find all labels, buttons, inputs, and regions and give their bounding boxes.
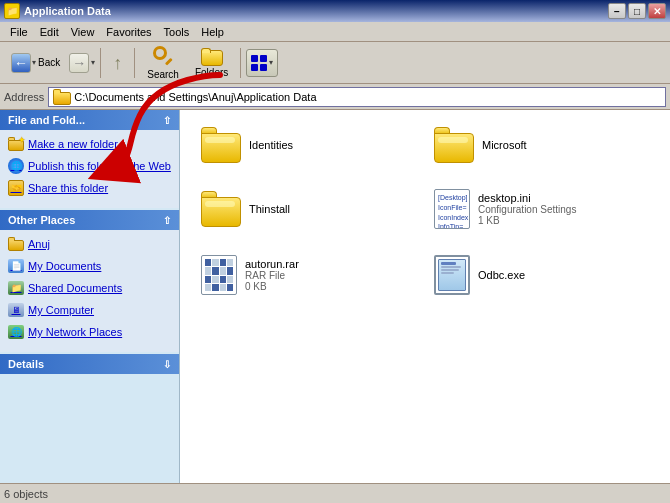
address-input[interactable]: C:\Documents and Settings\Anuj\Applicati… xyxy=(48,87,666,107)
menu-favorites[interactable]: Favorites xyxy=(100,24,157,40)
folders-button[interactable]: Folders xyxy=(188,45,235,81)
desktop-ini-info: desktop.ini Configuration Settings 1 KB xyxy=(478,192,576,226)
window: 📁 Application Data − □ ✕ File Edit View … xyxy=(0,0,670,503)
separator-2 xyxy=(134,48,135,78)
toolbar: ← ▾ Back → ▾ ↑ Search xyxy=(0,42,670,84)
menu-bar: File Edit View Favorites Tools Help xyxy=(0,22,670,42)
odbc-exe-name: Odbc.exe xyxy=(478,269,525,281)
my-network-icon: 🌐 xyxy=(8,324,24,340)
file-folder-header[interactable]: File and Fold... ⇧ xyxy=(0,110,179,130)
my-computer-icon: 🖥 xyxy=(8,302,24,318)
list-item[interactable]: Microsoft xyxy=(429,122,654,168)
odbc-exe-info: Odbc.exe xyxy=(478,269,525,281)
status-bar: 6 objects xyxy=(0,483,670,503)
minimize-button[interactable]: − xyxy=(608,3,626,19)
file-folder-chevron: ⇧ xyxy=(163,115,171,126)
menu-help[interactable]: Help xyxy=(195,24,230,40)
share-folder-label: Share this folder xyxy=(28,182,108,194)
list-item[interactable]: Identities xyxy=(196,122,421,168)
folder-microsoft-icon xyxy=(434,127,474,163)
list-item[interactable]: autorun.rar RAR File 0 KB xyxy=(196,250,421,300)
folder-identities-icon xyxy=(201,127,241,163)
up-button[interactable]: ↑ xyxy=(106,45,129,81)
back-label: Back xyxy=(38,57,60,68)
desktop-ini-size: 1 KB xyxy=(478,215,576,226)
views-button[interactable]: ▾ xyxy=(246,49,278,77)
autorun-rar-info: autorun.rar RAR File 0 KB xyxy=(245,258,299,292)
autorun-rar-type: RAR File xyxy=(245,270,299,281)
menu-view[interactable]: View xyxy=(65,24,101,40)
my-documents-label: My Documents xyxy=(28,260,101,272)
views-dropdown[interactable]: ▾ xyxy=(269,58,273,67)
make-new-folder-link[interactable]: ✦ Make a new folder xyxy=(8,136,171,152)
menu-file[interactable]: File xyxy=(4,24,34,40)
desktop-ini-name: desktop.ini xyxy=(478,192,576,204)
address-label: Address xyxy=(4,91,44,103)
file-folder-content: ✦ Make a new folder 🌐 Publish this folde… xyxy=(0,130,179,208)
details-section: Details ⇩ xyxy=(0,354,179,374)
anuj-icon xyxy=(8,236,24,252)
odbc-exe-icon xyxy=(434,255,470,295)
title-bar-icon: 📁 xyxy=(4,3,20,19)
file-folder-title: File and Fold... xyxy=(8,114,85,126)
other-places-section: Other Places ⇧ Anuj xyxy=(0,210,179,352)
list-item[interactable]: [Desktop] IconFile= IconIndex InfoTip= d… xyxy=(429,184,654,234)
microsoft-name: Microsoft xyxy=(482,139,527,151)
shared-documents-icon: 📁 xyxy=(8,280,24,296)
my-computer-label: My Computer xyxy=(28,304,94,316)
my-network-link[interactable]: 🌐 My Network Places xyxy=(8,324,171,340)
back-button[interactable]: ← ▾ Back xyxy=(4,45,67,81)
search-label: Search xyxy=(147,69,179,80)
file-folder-section: File and Fold... ⇧ ✦ Make a new folder xyxy=(0,110,179,208)
anuj-label: Anuj xyxy=(28,238,50,250)
back-dropdown[interactable]: ▾ xyxy=(32,58,36,67)
address-path: C:\Documents and Settings\Anuj\Applicati… xyxy=(74,91,316,103)
other-places-content: Anuj 📄 My Documents 📁 Shared Documents xyxy=(0,230,179,352)
microsoft-info: Microsoft xyxy=(482,139,527,151)
other-places-chevron: ⇧ xyxy=(163,215,171,226)
details-header[interactable]: Details ⇩ xyxy=(0,354,179,374)
content-panel: Identities Microsoft xyxy=(180,110,670,483)
new-folder-icon: ✦ xyxy=(8,136,24,152)
make-new-folder-label: Make a new folder xyxy=(28,138,118,150)
list-item[interactable]: Odbc.exe xyxy=(429,250,654,300)
details-chevron: ⇩ xyxy=(163,359,171,370)
identities-info: Identities xyxy=(249,139,293,151)
autorun-rar-size: 0 KB xyxy=(245,281,299,292)
autorun-rar-name: autorun.rar xyxy=(245,258,299,270)
other-places-header[interactable]: Other Places ⇧ xyxy=(0,210,179,230)
publish-web-link[interactable]: 🌐 Publish this folder to the Web xyxy=(8,158,171,174)
forward-button[interactable]: → xyxy=(69,53,89,73)
shared-documents-label: Shared Documents xyxy=(28,282,122,294)
back-arrow: ← xyxy=(11,53,31,73)
share-icon: 🤝 xyxy=(8,180,24,196)
details-title: Details xyxy=(8,358,44,370)
my-documents-link[interactable]: 📄 My Documents xyxy=(8,258,171,274)
other-places-title: Other Places xyxy=(8,214,75,226)
menu-edit[interactable]: Edit xyxy=(34,24,65,40)
forward-dropdown[interactable]: ▾ xyxy=(91,58,95,67)
list-item[interactable]: Thinstall xyxy=(196,184,421,234)
title-bar-buttons: − □ ✕ xyxy=(608,3,666,19)
close-button[interactable]: ✕ xyxy=(648,3,666,19)
my-documents-icon: 📄 xyxy=(8,258,24,274)
folders-label: Folders xyxy=(195,67,228,78)
menu-tools[interactable]: Tools xyxy=(158,24,196,40)
left-panel: File and Fold... ⇧ ✦ Make a new folder xyxy=(0,110,180,483)
separator-1 xyxy=(100,48,101,78)
address-bar: Address C:\Documents and Settings\Anuj\A… xyxy=(0,84,670,110)
restore-button[interactable]: □ xyxy=(628,3,646,19)
folder-thinstall-icon xyxy=(201,191,241,227)
share-folder-link[interactable]: 🤝 Share this folder xyxy=(8,180,171,196)
title-bar: 📁 Application Data − □ ✕ xyxy=(0,0,670,22)
main-area: File and Fold... ⇧ ✦ Make a new folder xyxy=(0,110,670,483)
title-bar-title: Application Data xyxy=(24,5,608,17)
publish-icon: 🌐 xyxy=(8,158,24,174)
publish-web-label: Publish this folder to the Web xyxy=(28,160,171,172)
thinstall-info: Thinstall xyxy=(249,203,290,215)
my-computer-link[interactable]: 🖥 My Computer xyxy=(8,302,171,318)
search-button[interactable]: Search xyxy=(140,45,186,81)
anuj-link[interactable]: Anuj xyxy=(8,236,171,252)
shared-documents-link[interactable]: 📁 Shared Documents xyxy=(8,280,171,296)
autorun-rar-icon xyxy=(201,255,237,295)
